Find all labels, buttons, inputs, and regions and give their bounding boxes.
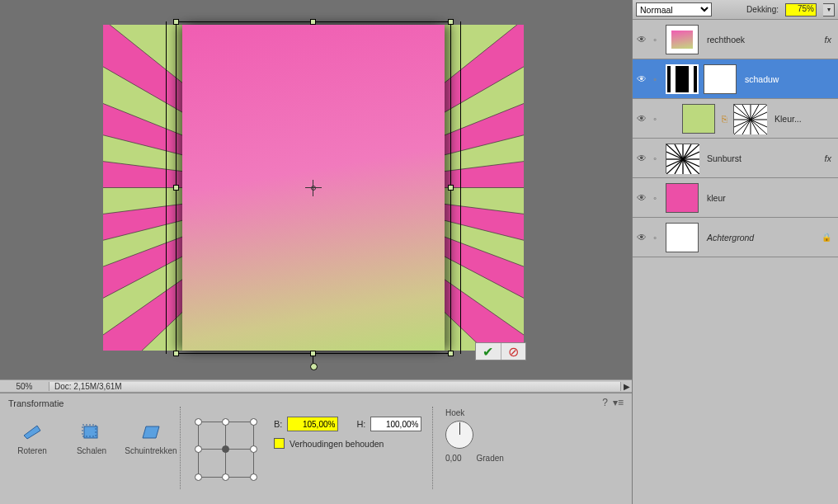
anchor-mr[interactable]	[250, 445, 257, 453]
anchor-ml[interactable]	[195, 445, 202, 453]
layers-panel: Normaal Dekking: 75% ▾ 👁∘ rechthoek fx 👁…	[632, 0, 838, 504]
anchor-tr[interactable]	[250, 418, 257, 426]
visibility-toggle-icon[interactable]: 👁	[636, 113, 647, 125]
clip-indicator-icon: ⎘	[720, 114, 728, 124]
anchor-bl[interactable]	[195, 473, 202, 481]
layer-name[interactable]: Kleur...	[771, 114, 835, 124]
layer-thumb[interactable]	[666, 183, 699, 213]
rotate-label: Roteren	[17, 446, 47, 455]
layer-row[interactable]: 👁∘ Achtergrond 🔒	[633, 218, 838, 257]
reference-point-grid[interactable]	[195, 418, 257, 481]
fx-badge[interactable]: fx	[824, 153, 835, 163]
scale-icon	[80, 423, 103, 441]
svg-marker-1	[24, 426, 40, 439]
anchor-bc[interactable]	[222, 473, 229, 481]
layer-name[interactable]: Achtergrond	[704, 233, 817, 243]
lock-icon: 🔒	[822, 233, 835, 242]
zoom-level[interactable]: 50%	[0, 382, 49, 391]
lock-slot[interactable]: ∘	[652, 153, 661, 163]
lock-slot[interactable]: ∘	[652, 193, 661, 202]
anchor-tc[interactable]	[222, 418, 229, 426]
doc-info-menu-icon[interactable]: ▶	[620, 382, 632, 391]
opacity-label: Dekking:	[746, 5, 779, 14]
layer-mask-thumb[interactable]	[733, 104, 766, 134]
handle-top-center[interactable]	[310, 19, 316, 25]
lock-slot[interactable]: ∘	[652, 35, 661, 44]
doc-info: Doc: 2,15M/3,61M	[49, 382, 620, 391]
visibility-toggle-icon[interactable]: 👁	[636, 34, 647, 45]
cancel-button[interactable]: ⊘	[501, 343, 526, 360]
angle-unit: Graden	[476, 454, 503, 463]
anchor-br[interactable]	[250, 473, 257, 481]
layer-thumb[interactable]	[682, 104, 715, 134]
blend-mode-select[interactable]: Normaal	[636, 2, 712, 16]
panel-title: Transformatie	[8, 398, 624, 408]
canvas-area[interactable]: ✔ ⊘	[0, 0, 632, 379]
rotate-handle[interactable]	[313, 356, 313, 365]
skew-icon	[139, 423, 162, 441]
width-field[interactable]	[287, 417, 338, 431]
height-label: H:	[356, 419, 365, 429]
angle-value[interactable]: 0,00	[445, 454, 461, 463]
layer-row[interactable]: 👁∘ rechthoek fx	[633, 20, 838, 59]
height-field[interactable]	[370, 417, 421, 431]
status-bar: 50% Doc: 2,15M/3,61M ▶	[0, 379, 632, 393]
anchor-center[interactable]	[222, 445, 229, 453]
layer-name[interactable]: kleur	[704, 193, 835, 203]
help-icon[interactable]: ?	[602, 397, 608, 408]
scale-label: Schalen	[77, 446, 106, 455]
lock-slot[interactable]: ∘	[652, 74, 661, 83]
layer-mask-thumb[interactable]	[704, 64, 737, 94]
layer-thumb[interactable]	[666, 223, 699, 252]
layer-thumb[interactable]	[666, 64, 699, 94]
layer-thumb[interactable]	[666, 144, 699, 173]
lock-slot[interactable]: ∘	[652, 114, 661, 123]
width-label: B:	[274, 419, 282, 429]
anchor-tl[interactable]	[195, 418, 202, 426]
fx-badge[interactable]: fx	[824, 35, 835, 45]
opacity-dropdown-icon[interactable]: ▾	[823, 3, 835, 16]
transform-options-panel: ? ▾≡ Transformatie Roteren Schalen Schui…	[0, 393, 632, 504]
handle-top-right[interactable]	[448, 19, 454, 25]
commit-button[interactable]: ✔	[476, 343, 501, 360]
constrain-label: Verhoudingen behouden	[290, 439, 384, 449]
opacity-field[interactable]: 75%	[785, 3, 817, 16]
layer-row[interactable]: 👁∘ schaduw	[633, 59, 838, 99]
scale-tool[interactable]: Schalen	[69, 423, 114, 455]
layer-name[interactable]: Sunburst	[704, 153, 819, 163]
visibility-toggle-icon[interactable]: 👁	[636, 153, 647, 164]
layer-thumb[interactable]	[666, 25, 699, 54]
handle-top-left[interactable]	[173, 19, 179, 25]
layer-name[interactable]: schaduw	[741, 74, 835, 84]
handle-bottom-right[interactable]	[448, 351, 454, 356]
layer-row[interactable]: 👁∘ Sunburst fx	[633, 139, 838, 178]
svg-marker-4	[143, 426, 159, 438]
constrain-checkbox[interactable]	[274, 438, 285, 449]
handle-bottom-center[interactable]	[310, 351, 316, 356]
angle-label: Hoek	[445, 408, 511, 417]
lock-slot[interactable]: ∘	[652, 233, 661, 242]
layer-row[interactable]: 👁∘ ⎘ Kleur...	[633, 99, 838, 139]
skew-label: Schuintrekken	[125, 446, 177, 455]
angle-dial[interactable]	[445, 421, 473, 449]
rotate-tool[interactable]: Roteren	[10, 423, 54, 455]
guide-line	[166, 21, 167, 354]
visibility-toggle-icon[interactable]: 👁	[636, 73, 647, 85]
gradient-rectangle	[182, 25, 445, 351]
transform-confirm-bar: ✔ ⊘	[475, 342, 526, 360]
guide-line	[460, 21, 461, 354]
rotate-icon	[21, 423, 44, 441]
panel-menu-icon[interactable]: ▾≡	[613, 397, 624, 408]
handle-bottom-left[interactable]	[173, 351, 179, 356]
visibility-toggle-icon[interactable]: 👁	[636, 232, 647, 243]
skew-tool[interactable]: Schuintrekken	[129, 423, 173, 455]
visibility-toggle-icon[interactable]: 👁	[636, 192, 647, 204]
layer-row[interactable]: 👁∘ kleur	[633, 178, 838, 218]
layer-name[interactable]: rechthoek	[704, 35, 819, 45]
